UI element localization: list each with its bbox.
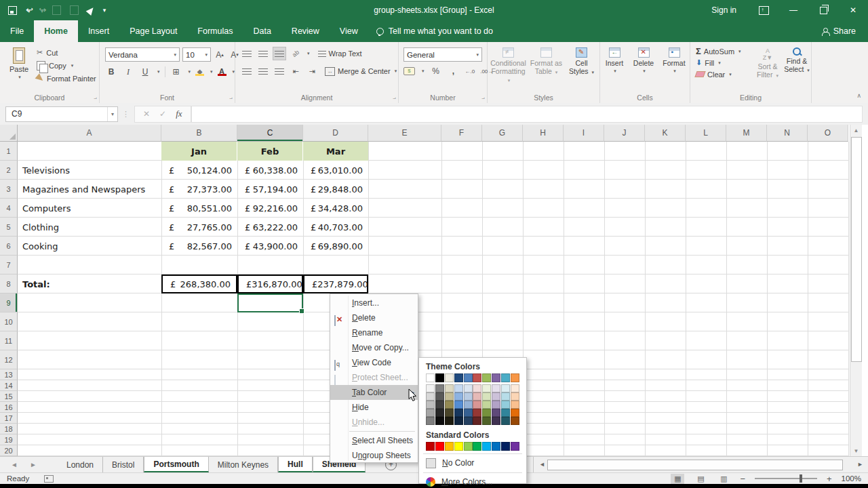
color-swatch[interactable] — [454, 401, 463, 409]
page-break-view-icon[interactable]: ▥ — [717, 474, 730, 484]
row-header-8[interactable]: 8 — [0, 274, 18, 293]
column-header-G[interactable]: G — [482, 125, 523, 142]
row-header-6[interactable]: 6 — [0, 237, 18, 256]
column-header-O[interactable]: O — [808, 125, 848, 142]
cut-button[interactable]: ✂ Cut — [37, 46, 96, 59]
cell-B5[interactable]: £27,765.00 — [161, 218, 237, 237]
cell-B4[interactable]: £80,551.00 — [161, 199, 237, 218]
row-header-17[interactable]: 17 — [0, 413, 18, 424]
color-swatch[interactable] — [482, 442, 491, 451]
insert-function-icon[interactable]: fx — [176, 108, 182, 119]
cell-B3[interactable]: £27,373.00 — [161, 180, 237, 199]
next-sheet-icon[interactable]: ► — [30, 457, 37, 472]
sheet-tab-portsmouth[interactable]: Portsmouth — [144, 457, 208, 472]
tab-view[interactable]: View — [330, 20, 368, 42]
menu-item-move-or-copy[interactable]: Move or Copy... — [330, 340, 418, 355]
color-swatch[interactable] — [445, 442, 454, 451]
row-header-4[interactable]: 4 — [0, 199, 18, 218]
menu-item-tab-color[interactable]: Tab Color ▸ — [330, 385, 418, 400]
record-macro-icon[interactable] — [44, 475, 54, 483]
redo-icon[interactable]: ↪▾ — [39, 5, 43, 16]
color-swatch[interactable] — [445, 392, 454, 401]
row-header-11[interactable]: 11 — [0, 331, 18, 350]
color-swatch[interactable] — [511, 442, 519, 451]
middle-align-icon[interactable] — [257, 47, 269, 60]
color-swatch[interactable] — [482, 409, 491, 417]
underline-button[interactable]: U — [139, 66, 151, 78]
decrease-indent-icon[interactable]: ⇤ — [290, 65, 302, 77]
color-swatch[interactable] — [454, 417, 463, 425]
format-as-table-button[interactable]: Format asTable ▾ — [529, 44, 564, 85]
active-cell-C9[interactable] — [237, 293, 303, 312]
cell-C4[interactable]: £92,216.00 — [237, 199, 303, 218]
color-swatch[interactable] — [426, 409, 435, 417]
cell-B1[interactable]: Jan — [161, 142, 237, 161]
column-header-D[interactable]: D — [303, 125, 368, 142]
color-swatch[interactable] — [482, 392, 491, 401]
color-swatch[interactable] — [464, 409, 473, 417]
column-header-J[interactable]: J — [604, 125, 645, 142]
color-swatch[interactable] — [426, 401, 435, 409]
align-right-icon[interactable] — [273, 65, 285, 77]
conditional-formatting-button[interactable]: ≠ ConditionalFormatting ▾ — [490, 44, 528, 85]
borders-icon[interactable]: ⊞ — [170, 66, 182, 78]
bold-button[interactable]: B — [105, 66, 117, 78]
increase-decimal-icon[interactable]: ←.0 — [465, 68, 475, 75]
cell-C1[interactable]: Feb — [237, 142, 303, 161]
cell-D3[interactable]: £29,848.00 — [303, 180, 368, 199]
cell-D2[interactable]: £63,010.00 — [303, 161, 368, 180]
color-swatch[interactable] — [511, 373, 519, 382]
color-swatch[interactable] — [426, 384, 435, 392]
color-swatch[interactable] — [464, 392, 473, 401]
menu-item-rename[interactable]: Rename — [330, 325, 418, 340]
row-header-10[interactable]: 10 — [0, 312, 18, 331]
color-swatch[interactable] — [501, 409, 510, 417]
sheet-tab-bristol[interactable]: Bristol — [103, 457, 144, 472]
paste-button[interactable]: Paste▾ — [5, 46, 33, 80]
color-swatch[interactable] — [454, 373, 463, 382]
color-swatch[interactable] — [426, 417, 435, 425]
scroll-right-icon[interactable]: ► — [857, 461, 863, 468]
format-cells-button[interactable]: ▪ Format▾ — [660, 44, 688, 74]
color-swatch[interactable] — [473, 401, 481, 409]
sheet-tab-milton-keynes[interactable]: Milton Keynes — [209, 457, 278, 472]
prev-sheet-icon[interactable]: ◄ — [11, 457, 18, 472]
menu-item-select-all-sheets[interactable]: Select All Sheets — [330, 433, 418, 448]
fill-handle[interactable] — [299, 308, 304, 314]
cell-A2[interactable]: Televisions — [18, 161, 161, 180]
orientation-icon[interactable]: ab — [287, 45, 304, 62]
color-swatch[interactable] — [492, 409, 500, 417]
cell-D4[interactable]: £34,428.00 — [303, 199, 368, 218]
color-swatch[interactable] — [426, 442, 435, 451]
cell-A6[interactable]: Cooking — [18, 237, 161, 256]
cell-A3[interactable]: Magazines and Newspapers — [18, 180, 161, 199]
vertical-scroll-thumb[interactable] — [851, 137, 862, 362]
column-header-C[interactable]: C — [237, 125, 303, 142]
menu-item-ungroup-sheets[interactable]: Ungroup Sheets — [330, 448, 418, 463]
horizontal-scroll-thumb[interactable] — [547, 460, 843, 470]
color-swatch[interactable] — [435, 373, 444, 382]
tab-home[interactable]: Home — [34, 20, 78, 42]
tab-file[interactable]: File — [0, 20, 34, 42]
color-swatch[interactable] — [464, 417, 473, 425]
scroll-up-icon[interactable]: ▲ — [850, 125, 862, 136]
column-header-I[interactable]: I — [564, 125, 604, 142]
page-layout-view-icon[interactable]: ▤ — [694, 474, 707, 484]
row-header-13[interactable]: 13 — [0, 369, 18, 380]
accounting-format-icon[interactable]: $ — [403, 67, 415, 75]
menu-item-view-code[interactable]: q View Code — [330, 355, 418, 370]
row-header-5[interactable]: 5 — [0, 218, 18, 237]
find-select-button[interactable]: Find &Select ▾ — [783, 44, 811, 80]
color-swatch[interactable] — [473, 417, 481, 425]
color-swatch[interactable] — [473, 392, 481, 401]
cell-D8[interactable]: £237,879.00 — [303, 274, 368, 293]
select-all-corner[interactable] — [0, 125, 18, 142]
color-swatch[interactable] — [482, 384, 491, 392]
color-swatch[interactable] — [492, 401, 500, 409]
color-swatch[interactable] — [492, 392, 500, 401]
color-swatch[interactable] — [454, 409, 463, 417]
alignment-dialog-launcher[interactable]: ⌐ — [393, 96, 396, 101]
increase-indent-icon[interactable]: ⇥ — [306, 65, 318, 77]
grow-font-icon[interactable]: A▴ — [214, 49, 226, 61]
collapse-ribbon-icon[interactable]: ∧ — [856, 92, 861, 99]
